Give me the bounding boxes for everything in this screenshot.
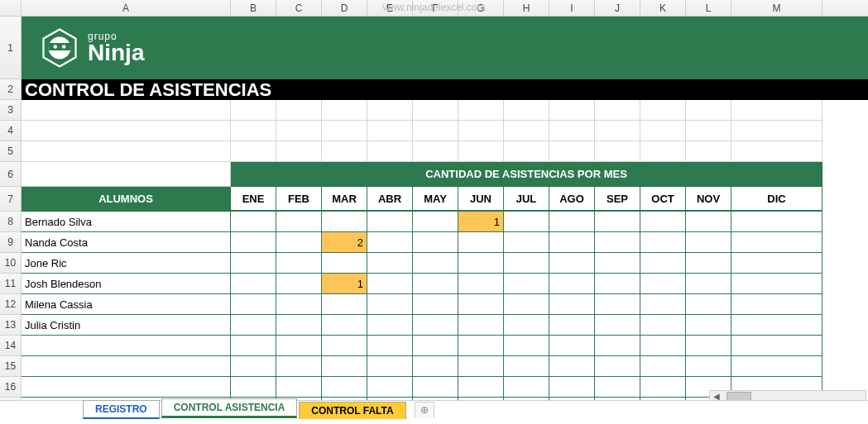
cell-r5-c5[interactable] [413,141,458,162]
data-cell-r13-FEB[interactable] [276,315,322,336]
name-cell-row12[interactable]: Milena Cassia [22,294,231,315]
data-cell-r13-ENE[interactable] [231,315,276,336]
data-cell-r10-JUL[interactable] [504,253,549,274]
row-header-9[interactable]: 9 [0,232,22,253]
month-header-ABR[interactable]: ABR [367,187,413,212]
col-header-I[interactable]: I [549,0,595,16]
row-header-7[interactable]: 7 [0,187,22,212]
data-cell-r8-AGO[interactable] [549,212,595,232]
row-header-6[interactable]: 6 [0,162,22,187]
empty-cell-r15-c9[interactable] [640,356,686,377]
add-sheet-button[interactable]: ⊕ [415,402,434,418]
data-cell-r9-NOV[interactable] [686,232,731,253]
cell-r3-c12[interactable] [731,100,822,121]
cell-r3-c1[interactable] [231,100,276,121]
empty-cell-r16-c1[interactable] [276,377,322,398]
data-cell-r8-JUL[interactable] [504,212,549,232]
data-cell-r13-AGO[interactable] [549,315,595,336]
cell-A6[interactable] [22,162,231,187]
empty-cell-r15-c3[interactable] [367,356,413,377]
cell-r3-c11[interactable] [686,100,731,121]
month-header-MAY[interactable]: MAY [413,187,458,212]
empty-cell-r14-c8[interactable] [595,336,640,356]
tab-registro[interactable]: REGISTRO [83,400,160,419]
data-cell-r11-AGO[interactable] [549,274,595,294]
empty-cell-r16-c9[interactable] [640,377,686,398]
data-cell-r10-ENE[interactable] [231,253,276,274]
data-cell-r8-SEP[interactable] [595,212,640,232]
col-header-L[interactable]: L [686,0,731,16]
data-cell-r10-NOV[interactable] [686,253,731,274]
empty-cell-r15-c10[interactable] [686,356,731,377]
empty-cell-r14-c4[interactable] [413,336,458,356]
data-cell-r9-JUN[interactable] [458,232,504,253]
empty-cell-r15-c0[interactable] [231,356,276,377]
cell-r3-c7[interactable] [504,100,549,121]
empty-cell-r15-c4[interactable] [413,356,458,377]
empty-cell-r14-c5[interactable] [458,336,504,356]
data-cell-r12-FEB[interactable] [276,294,322,315]
cell-r5-c3[interactable] [322,141,367,162]
cell-r3-c0[interactable] [22,100,231,121]
data-cell-r11-SEP[interactable] [595,274,640,294]
cell-r5-c7[interactable] [504,141,549,162]
col-header-M[interactable]: M [731,0,822,16]
data-cell-r13-MAR[interactable] [322,315,367,336]
empty-cell-r16-c0[interactable] [231,377,276,398]
cell-r5-c11[interactable] [686,141,731,162]
month-header-JUN[interactable]: JUN [458,187,504,212]
empty-cell-r15-c1[interactable] [276,356,322,377]
data-cell-r11-MAY[interactable] [413,274,458,294]
col-header-H[interactable]: H [504,0,549,16]
cell-r5-c0[interactable] [22,141,231,162]
cell-r5-c4[interactable] [367,141,413,162]
col-header-D[interactable]: D [322,0,367,16]
data-cell-r13-OCT[interactable] [640,315,686,336]
month-header-DIC[interactable]: DIC [731,187,822,212]
empty-name-r16[interactable] [22,377,231,398]
data-cell-r12-OCT[interactable] [640,294,686,315]
row-header-13[interactable]: 13 [0,315,22,336]
cell-r3-c9[interactable] [595,100,640,121]
empty-cell-r15-c11[interactable] [731,356,822,377]
empty-cell-r16-c6[interactable] [504,377,549,398]
month-header-NOV[interactable]: NOV [686,187,731,212]
cell-r5-c8[interactable] [549,141,595,162]
name-cell-row13[interactable]: Julia Cristin [22,315,231,336]
data-cell-r9-OCT[interactable] [640,232,686,253]
empty-cell-r14-c11[interactable] [731,336,822,356]
data-cell-r10-FEB[interactable] [276,253,322,274]
cell-r4-c10[interactable] [640,121,686,141]
data-cell-r12-DIC[interactable] [731,294,822,315]
empty-cell-r16-c4[interactable] [413,377,458,398]
data-cell-r11-JUN[interactable] [458,274,504,294]
data-cell-r8-JUN[interactable]: 1 [458,212,504,232]
empty-cell-r15-c7[interactable] [549,356,595,377]
empty-cell-r16-c8[interactable] [595,377,640,398]
data-cell-r10-MAR[interactable] [322,253,367,274]
cell-r3-c2[interactable] [276,100,322,121]
name-cell-row9[interactable]: Nanda Costa [22,232,231,253]
cell-r5-c10[interactable] [640,141,686,162]
select-all-corner[interactable] [0,0,22,16]
empty-cell-r14-c10[interactable] [686,336,731,356]
cell-r4-c4[interactable] [367,121,413,141]
data-cell-r8-ENE[interactable] [231,212,276,232]
cell-r4-c6[interactable] [458,121,504,141]
cell-r3-c6[interactable] [458,100,504,121]
row-header-12[interactable]: 12 [0,294,22,315]
section-title-cell[interactable]: CANTIDAD DE ASISTENCIAS POR MES [231,162,822,187]
row-header-4[interactable]: 4 [0,121,22,141]
empty-cell-r14-c3[interactable] [367,336,413,356]
cell-r5-c6[interactable] [458,141,504,162]
cell-r3-c5[interactable] [413,100,458,121]
col-header-A[interactable]: A [22,0,231,16]
data-cell-r9-SEP[interactable] [595,232,640,253]
data-cell-r12-SEP[interactable] [595,294,640,315]
row-header-10[interactable]: 10 [0,253,22,274]
data-cell-r12-ABR[interactable] [367,294,413,315]
empty-name-r14[interactable] [22,336,231,356]
empty-cell-r14-c6[interactable] [504,336,549,356]
month-header-AGO[interactable]: AGO [549,187,595,212]
data-cell-r8-OCT[interactable] [640,212,686,232]
